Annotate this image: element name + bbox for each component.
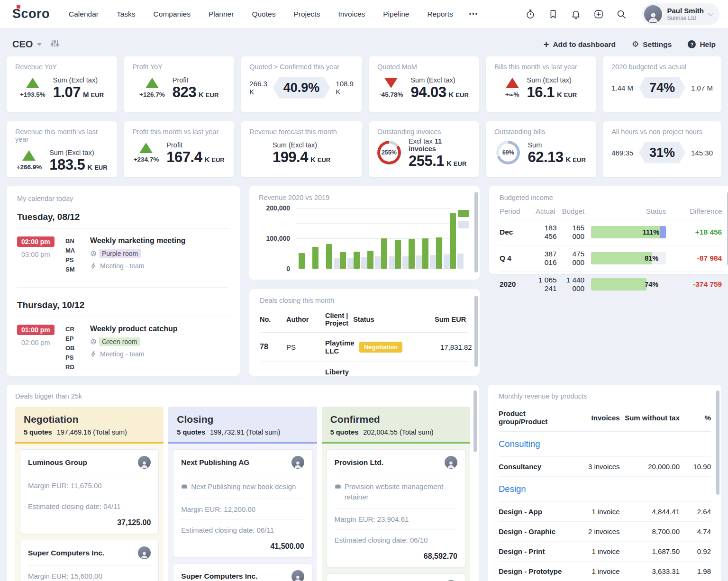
calendar-event[interactable]: 02:00 pm03:00 pmBNMAPSSMWeekly marketing… bbox=[17, 229, 229, 288]
nav-item-pipeline[interactable]: Pipeline bbox=[383, 10, 409, 18]
kpi-card-bills-this-month-vs-last-year[interactable]: Bills this month vs last year+∞%Sum (Exc… bbox=[486, 56, 596, 112]
deal-card-next-publishing-ag[interactable]: Next Publishing AGNext Publishing new bo… bbox=[173, 449, 312, 558]
nav-item-planner[interactable]: Planner bbox=[209, 10, 234, 18]
deal-row[interactable]: 78PSPlaytime LLCNegotiation17,831.826,56… bbox=[260, 333, 469, 362]
kpi-value: 62.13KEUR bbox=[528, 150, 585, 164]
bar-group[interactable] bbox=[395, 240, 409, 269]
nav-item-companies[interactable]: Companies bbox=[154, 10, 191, 18]
kpi-trend-percent: +234.7% bbox=[134, 156, 159, 163]
scoro-logo[interactable]: Scoro bbox=[12, 7, 50, 21]
bar-group[interactable] bbox=[367, 251, 381, 269]
scrollbar[interactable] bbox=[716, 390, 719, 495]
budget-row[interactable]: 20201 065 2411 440 00074%-374 759 bbox=[500, 272, 722, 298]
deal-row[interactable]: 97CBLiberty Legal PartnersLiberty Legal … bbox=[260, 362, 469, 376]
kanban-cards: Luminous GroupMargin EUR: 11,675.00Estim… bbox=[15, 444, 164, 581]
bar-group[interactable] bbox=[312, 247, 326, 269]
owner-avatar bbox=[138, 456, 151, 469]
kpi-card-all-hours-vs-non-project-hours[interactable]: All hours vs non-project hours469:3531%1… bbox=[603, 121, 721, 177]
dashboard-actions: + Add to dashboard ⚙ Settings ? Help bbox=[544, 39, 716, 49]
scrollbar[interactable] bbox=[474, 296, 478, 367]
search-icon[interactable] bbox=[616, 9, 627, 19]
product-group-consulting[interactable]: Consulting bbox=[499, 432, 711, 457]
room-tag: Purple room bbox=[99, 249, 141, 258]
kpi-body: -45.78%Sum (Excl tax)94.03KEUR bbox=[377, 71, 471, 105]
product-row[interactable]: Design - Graphic2 invoices8,700.004.74 bbox=[499, 522, 711, 542]
card-sum: 37,125.00 bbox=[28, 517, 151, 534]
kpi-main: Sum (Excl tax)199.4KEUR bbox=[273, 141, 330, 164]
deal-card-luminous-group[interactable]: Luminous GroupMargin EUR: 11,675.00Estim… bbox=[20, 449, 159, 534]
product-row[interactable]: Design - App1 invoice4,844.412.64 bbox=[499, 502, 711, 522]
card-project: Next Publishing new book design bbox=[181, 475, 304, 499]
bar-group[interactable] bbox=[340, 252, 354, 269]
deal-card-concept-llc[interactable]: Concept LLCMargin EUR: 9,779.25 bbox=[327, 573, 465, 581]
add-new-icon[interactable] bbox=[593, 9, 604, 19]
company-name: Super Computers Inc. bbox=[28, 549, 104, 557]
dashboard-selector[interactable]: CEO bbox=[12, 39, 42, 50]
bar-group[interactable] bbox=[381, 238, 395, 269]
kpi-card-2020-budgeted-vs-actual[interactable]: 2020 budgeted vs actual1.44 M74%1.07 M bbox=[603, 56, 721, 112]
column-header-sum-eur: Sum EUR bbox=[416, 316, 466, 323]
kpi-card-profit-this-month-vs-last-year[interactable]: Profit this month vs last year+234.7%Pro… bbox=[124, 121, 234, 177]
kpi-card-revenue-yoy[interactable]: Revenue YoY+193.5%Sum (Excl tax)1.07MEUR bbox=[7, 56, 117, 112]
kpi-card-profit-yoy[interactable]: Profit YoY+126.7%Profit823KEUR bbox=[124, 56, 234, 112]
nav-item-invoices[interactable]: Invoices bbox=[338, 10, 365, 18]
deal-card-super-computers-inc[interactable]: Super Computers Inc.Margin EUR: 15,600.0… bbox=[20, 540, 159, 581]
card-closing-date: Estimated closing date: 04/11 bbox=[28, 496, 151, 517]
calendar-day-date: Thursday, 10/12 bbox=[17, 300, 229, 317]
bar-group[interactable] bbox=[354, 252, 367, 269]
scrollbar[interactable] bbox=[473, 390, 477, 452]
settings-button[interactable]: ⚙ Settings bbox=[632, 39, 672, 49]
kpi-main: Sum (Excl tax)183.5KEUR bbox=[49, 149, 107, 172]
kpi-card-outstanding-invoices[interactable]: Outstanding invoices255%Excl tax 11 invo… bbox=[369, 121, 479, 177]
bar-group[interactable] bbox=[326, 244, 340, 269]
product-row[interactable]: Design - Prototype1 invoice3,633.311.98 bbox=[499, 562, 711, 581]
bar-group[interactable] bbox=[299, 253, 312, 269]
bar-2020 bbox=[381, 238, 387, 269]
product-invoices: 3 invoices bbox=[579, 463, 619, 471]
nav-item-calendar[interactable]: Calendar bbox=[69, 10, 99, 18]
help-button[interactable]: ? Help bbox=[688, 40, 716, 49]
bar-group[interactable] bbox=[409, 239, 422, 269]
nav-item-projects[interactable]: Projects bbox=[293, 10, 320, 18]
product-row[interactable]: Consultancy3 invoices20,000.0010.90 bbox=[499, 457, 711, 477]
bar-group[interactable] bbox=[450, 213, 464, 269]
deal-card-super-computers-inc[interactable]: Super Computers Inc.Margin EUR: 19,900.0… bbox=[173, 563, 312, 581]
kpi-card-outstanding-bills[interactable]: Outstanding bills69%Sum62.13KEUR bbox=[486, 121, 596, 177]
budget-difference: -374 759 bbox=[673, 280, 722, 289]
kpi-card-quoted-confirmed-this-year[interactable]: Quoted > Confirmed this year266.3 K40.9%… bbox=[241, 56, 362, 112]
kpi-value-unit: K bbox=[87, 163, 92, 171]
scrollbar[interactable] bbox=[474, 192, 478, 272]
kpi-right-value: 1.07 M bbox=[691, 84, 713, 92]
bar-group[interactable] bbox=[422, 238, 436, 269]
nav-item-quotes[interactable]: Quotes bbox=[252, 10, 275, 18]
panel-title: Deals bigger than 25k bbox=[15, 392, 470, 400]
kpi-value: 167.4KEUR bbox=[166, 150, 224, 164]
product-row[interactable]: Design - Print1 invoice1,687.500.92 bbox=[499, 542, 711, 562]
nav-item-reports[interactable]: Reports bbox=[427, 10, 453, 18]
card-margin: Margin EUR: 12,200.00 bbox=[181, 499, 304, 519]
card-margin: Margin EUR: 11,675.00 bbox=[28, 475, 151, 496]
user-menu[interactable]: Paul Smith Sunrise Ltd bbox=[642, 3, 719, 25]
bell-icon[interactable] bbox=[571, 9, 581, 19]
bar-2020 bbox=[450, 213, 456, 269]
filter-sliders-icon[interactable] bbox=[50, 39, 59, 50]
bookmark-icon[interactable] bbox=[548, 9, 558, 19]
budget-row[interactable]: Q 4387 016475 00081%-87 984 bbox=[500, 245, 722, 272]
nav-item-tasks[interactable]: Tasks bbox=[117, 10, 136, 18]
kpi-label: Sum bbox=[528, 141, 585, 149]
bar-2019 bbox=[430, 255, 436, 269]
kpi-card-revenue-this-month-vs-last-year[interactable]: Revenue this month vs last year+266.9%Su… bbox=[7, 121, 117, 177]
budget-row[interactable]: Dec183 456165 000111%+18 456 bbox=[500, 219, 722, 245]
kpi-title: 2020 budgeted vs actual bbox=[611, 63, 713, 71]
product-group-design[interactable]: Design bbox=[499, 477, 711, 502]
kpi-card-quoted-mom[interactable]: Quoted MoM-45.78%Sum (Excl tax)94.03KEUR bbox=[369, 56, 479, 112]
add-to-dashboard-button[interactable]: + Add to dashboard bbox=[544, 40, 616, 49]
timer-icon[interactable] bbox=[525, 9, 536, 19]
more-menu-icon[interactable]: ••• bbox=[469, 10, 479, 18]
kpi-value-number: 16.1 bbox=[527, 84, 555, 100]
deal-card-provision-ltd[interactable]: Provision Ltd.Provision website manageme… bbox=[327, 449, 465, 568]
kpi-card-revenue-forecast-this-month[interactable]: Revenue forecast this monthSum (Excl tax… bbox=[241, 121, 362, 177]
deal-number: 78 bbox=[260, 343, 282, 351]
calendar-event[interactable]: 01:00 pm02:00 pmCREPOBPSRD...Weekly prod… bbox=[17, 317, 229, 376]
bar-group[interactable] bbox=[436, 237, 450, 269]
